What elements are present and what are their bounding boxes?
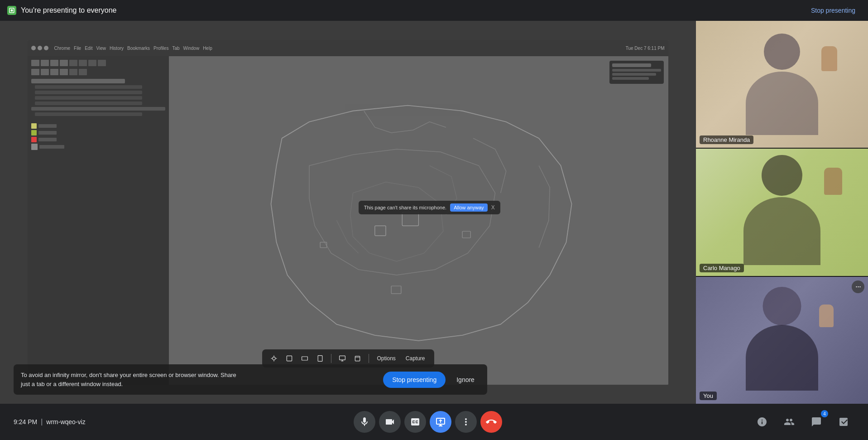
presenting-indicator [7,6,16,15]
toolbar-capture-btn[interactable]: Capture [402,353,429,363]
chat-button[interactable]: 4 [806,411,827,433]
toolbar-options-btn[interactable]: Options [373,353,399,363]
call-controls [354,411,502,433]
map-area: This page can't share its microphone. Al… [169,56,668,385]
screen-share-content: Chrome File Edit View History Bookmarks … [0,21,696,404]
stat-row-2 [612,69,661,72]
leave-call-button[interactable] [480,411,502,433]
rhoanne-hand [821,46,837,71]
app-sidebar [28,56,168,385]
stop-presenting-button-warning[interactable]: Stop presenting [383,372,446,388]
legend-label-2 [38,131,57,135]
svg-rect-6 [391,286,401,294]
stat-row-1 [612,63,651,67]
rhoanne-head [764,34,800,70]
svg-rect-4 [462,232,470,238]
rhoanne-name-label: Rhoanne Miranda [700,135,753,144]
carlo-body [743,197,820,265]
legend-color-3 [31,137,37,142]
participants-button[interactable] [778,411,800,433]
sidebar-tool-13 [69,69,77,75]
map-popup-close-button[interactable]: X [491,204,495,211]
sidebar-tool-10 [41,69,49,75]
svg-rect-13 [302,357,307,360]
browser-menu-tab: Tab [172,46,179,51]
sidebar-tool-3 [50,60,58,66]
layer-item-4 [35,102,142,105]
map-popup-allow-button[interactable]: Allow anyway [450,203,488,212]
svg-rect-14 [318,356,322,362]
carlo-hand [824,168,842,195]
you-tile-more-button[interactable]: ··· [852,280,864,293]
video-tile-rhoanne: Rhoanne Miranda [696,21,868,148]
browser-menu-profiles: Profiles [153,46,168,51]
meeting-code: wrm-wqeo-viz [46,418,85,425]
layer-item-2 [35,91,142,94]
video-panel: Rhoanne Miranda Carlo Manago ··· You [696,21,868,404]
meeting-info-button[interactable] [751,411,773,433]
browser-clock: Tue Dec 7 6:11 PM [626,46,665,51]
sidebar-tool-2 [41,60,49,66]
you-hand [819,305,834,327]
toolbar-divider-2 [368,354,369,363]
captions-button[interactable] [404,411,426,433]
browser-menu-bookmarks: Bookmarks [127,46,150,51]
you-body [746,325,818,391]
svg-rect-15 [339,356,345,360]
legend-color-4 [31,144,38,150]
bottom-left-info: 9:24 PM | wrm-wqeo-viz [14,418,104,426]
browser-menu-help: Help [203,46,212,51]
camera-button[interactable] [379,411,401,433]
browser-dot-3 [44,46,48,50]
infinity-warning-actions: Stop presenting Ignore [383,372,480,388]
present-now-button[interactable] [430,411,451,433]
legend-color-2 [31,130,37,135]
legend-label-3 [38,138,57,141]
sidebar-tool-14 [79,69,87,75]
activities-button[interactable] [833,411,854,433]
app-main-view: This page can't share its microphone. Al… [169,56,668,385]
bottom-bar: 9:24 PM | wrm-wqeo-viz [0,404,868,440]
browser-menu-view: View [96,46,106,51]
stat-row-3 [612,73,656,76]
sidebar-tool-9 [31,69,39,75]
rhoanne-body [746,72,818,135]
sidebar-tool-8 [98,60,106,66]
microphone-button[interactable] [354,411,375,433]
app-content: This page can't share its microphone. Al… [28,56,668,385]
layer-header-1 [31,79,125,83]
browser-menu-file: File [74,46,81,51]
more-options-button[interactable] [455,411,477,433]
presenting-label: You're presenting to everyone [21,6,117,15]
sidebar-tool-12 [60,69,68,75]
toolbar-rect2-btn[interactable] [298,352,311,365]
stop-presenting-button-top[interactable]: Stop presenting [806,4,861,17]
meeting-divider: | [41,418,43,426]
layer-header-2 [31,107,165,111]
toolbar-divider-1 [331,354,331,363]
toolbar-rect3-btn[interactable] [313,352,326,365]
top-bar: You're presenting to everyone Stop prese… [0,0,868,21]
toolbar-window-btn[interactable] [351,352,364,365]
toolbar-monitor-btn[interactable] [336,352,348,365]
svg-rect-12 [287,356,292,361]
you-name-label: You [700,392,717,400]
toolbar-pointer-btn[interactable] [267,352,280,365]
sidebar-tool-7 [88,60,96,66]
ignore-button[interactable]: Ignore [451,372,480,388]
svg-rect-3 [374,226,385,236]
svg-point-7 [272,357,275,360]
toolbar-rect-btn[interactable] [283,352,295,365]
sidebar-tool-4 [60,60,68,66]
infinity-warning-message: To avoid an infinity mirror, don't share… [21,371,236,388]
browser-chrome: Chrome File Edit View History Bookmarks … [28,40,668,56]
carlo-head [762,155,802,196]
browser-dot-1 [31,46,36,50]
shared-screen: Chrome File Edit View History Bookmarks … [28,40,668,385]
sidebar-tool-1 [31,60,39,66]
chat-badge: 4 [821,410,828,417]
top-bar-left: You're presenting to everyone [7,6,117,15]
map-svg [169,56,668,385]
stat-row-4 [612,77,649,80]
svg-rect-16 [355,356,360,361]
